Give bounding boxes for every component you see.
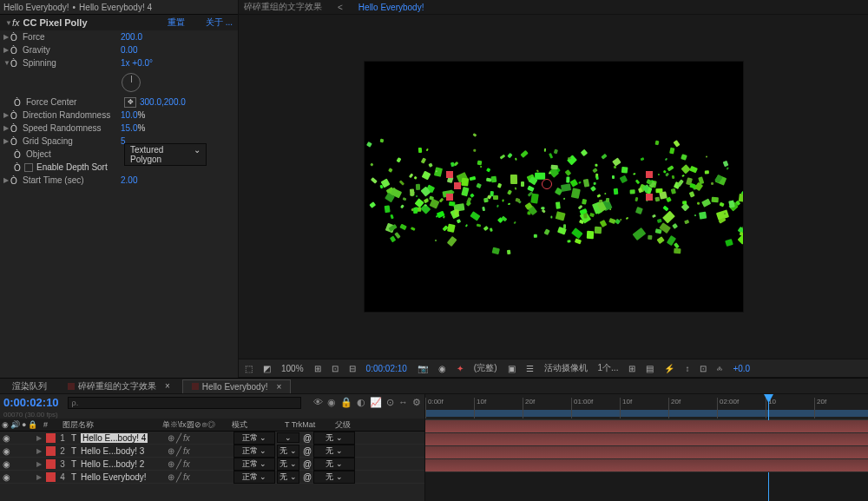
disclosure-icon[interactable]: ▶ — [36, 434, 45, 442]
graph-icon[interactable]: 📈 — [370, 397, 382, 408]
parent-select[interactable]: 无 ⌄ — [313, 458, 355, 471]
layer-switches[interactable]: ⊕╱fx — [164, 472, 233, 482]
pickwhip-icon[interactable]: @ — [301, 472, 313, 482]
alpha-icon[interactable]: ⬚ — [242, 364, 255, 373]
stopwatch-icon[interactable]: Ò — [10, 46, 21, 55]
trkmat-select[interactable]: 无 ⌄ — [277, 458, 299, 471]
crumb-current[interactable]: Hello Everybody! — [358, 3, 424, 12]
parent-select[interactable]: 无 ⌄ — [313, 432, 355, 445]
layer-bar[interactable] — [425, 459, 868, 472]
visibility-icon[interactable]: ◉ — [0, 446, 12, 456]
visibility-icon[interactable]: ◉ — [0, 459, 12, 469]
prop-value[interactable]: 2.00 — [121, 175, 137, 185]
layer-name[interactable]: Hello E...body! 4 — [79, 433, 164, 443]
prop-value[interactable]: 10.0 — [121, 110, 137, 120]
disclosure-icon[interactable]: ▶ — [3, 33, 10, 41]
layer-name[interactable]: Hello Everybody! — [79, 472, 164, 482]
disclosure-icon[interactable]: ▶ — [3, 124, 10, 132]
label-swatch[interactable] — [46, 472, 56, 482]
layer-switches[interactable]: ⊕╱fx — [164, 446, 233, 456]
visibility-icon[interactable]: ◉ — [0, 433, 12, 443]
timeline-icon[interactable]: ↕ — [682, 364, 692, 373]
layer-handle[interactable] — [446, 194, 453, 201]
stopwatch-icon[interactable]: Ò — [10, 33, 21, 42]
guides-icon[interactable]: ⊡ — [329, 364, 341, 373]
roi-icon[interactable]: ⊟ — [346, 364, 358, 373]
visibility-icon[interactable]: ◉ — [0, 472, 12, 482]
layer-bar[interactable] — [425, 433, 868, 446]
zoom-select[interactable]: 100% — [279, 364, 306, 373]
layer-bar[interactable] — [425, 420, 868, 433]
col-layer-name[interactable]: 图层名称 — [62, 419, 162, 431]
disclosure-icon[interactable]: ▼ — [3, 59, 10, 67]
time-ruler[interactable]: 0:00f10f20f01:00f10f20f02:00f1020f — [425, 394, 868, 420]
blend-mode-select[interactable]: 正常 ⌄ — [233, 471, 275, 484]
work-area-bar[interactable] — [425, 410, 868, 417]
layer-row[interactable]: ◉▶4THello Everybody!⊕╱fx正常 ⌄无 ⌄@无 ⌄ — [0, 471, 424, 484]
solo-header-icon[interactable]: ● — [22, 420, 26, 429]
av-header-icon[interactable]: ◉ — [2, 420, 9, 429]
panel-tab[interactable]: Hello Everybody! • Hello Everybody! 4 — [0, 0, 238, 15]
prop-value[interactable]: 0.00 — [121, 45, 137, 55]
disclosure-icon[interactable]: ▶ — [36, 447, 45, 455]
layer-bar[interactable] — [425, 446, 868, 459]
layer-row[interactable]: ◉▶3THello E...body! 2⊕╱fx正常 ⌄无 ⌄@无 ⌄ — [0, 458, 424, 471]
col-parent[interactable]: 父级 — [335, 419, 351, 431]
stopwatch-icon[interactable]: Ò — [14, 150, 24, 159]
resolution-icon[interactable]: ⊞ — [312, 364, 324, 373]
crosshair-icon[interactable]: ✥ — [124, 97, 136, 108]
trkmat-select[interactable]: ⌄ — [277, 432, 299, 443]
channel-icon[interactable]: ◉ — [436, 364, 449, 373]
fast-preview-icon[interactable]: ⚡ — [661, 364, 677, 373]
label-swatch[interactable] — [46, 433, 56, 443]
hierarchy-icon[interactable]: ஃ — [714, 363, 725, 373]
flowchart-icon[interactable]: ⊡ — [697, 364, 709, 373]
camera-select[interactable]: 活动摄像机 — [542, 362, 590, 374]
composition-canvas[interactable] — [364, 61, 744, 313]
effect-reset-link[interactable]: 重置 — [168, 16, 185, 29]
trkmat-select[interactable]: 无 ⌄ — [277, 471, 299, 484]
crumb-parent[interactable]: 碎碎重组的文字效果 — [244, 1, 322, 13]
disclosure-icon[interactable]: ▶ — [3, 137, 10, 145]
preview-quality[interactable]: (完整) — [471, 362, 500, 374]
tab-comp-1[interactable]: 碎碎重组的文字效果× — [59, 379, 179, 394]
color-icon[interactable]: ✦ — [454, 364, 466, 373]
tab-render-queue[interactable]: 渲染队列 — [3, 379, 56, 394]
grid-icon[interactable]: ⊞ — [626, 364, 638, 373]
layer-row[interactable]: ◉▶1THello E...body! 4⊕╱fx正常 ⌄ ⌄@无 ⌄ — [0, 432, 424, 445]
stopwatch-icon[interactable]: Ò — [10, 124, 21, 133]
stopwatch-icon[interactable]: Ò — [10, 176, 21, 185]
col-number[interactable]: # — [43, 420, 62, 429]
col-trkmat[interactable]: T TrkMat — [285, 420, 335, 429]
trkmat-select[interactable]: 无 ⌄ — [277, 445, 299, 458]
tab-comp-2[interactable]: Hello Everybody!× — [182, 379, 291, 393]
prop-value[interactable]: 15.0 — [121, 123, 137, 133]
disclosure-icon[interactable]: ▶ — [36, 460, 45, 468]
layer-handle[interactable] — [646, 194, 653, 201]
3d-icon[interactable]: ▣ — [505, 364, 518, 373]
viewer-timecode[interactable]: 0:00:02:10 — [364, 364, 410, 373]
current-timecode[interactable]: 0:00:02:10 — [3, 396, 59, 409]
blend-mode-select[interactable]: 正常 ⌄ — [233, 432, 275, 445]
stopwatch-icon[interactable]: Ò — [10, 137, 21, 146]
switch-icon[interactable]: ⚙ — [412, 397, 421, 408]
preview-viewport[interactable] — [239, 15, 868, 359]
pickwhip-icon[interactable]: @ — [301, 446, 313, 456]
disclosure-triangle-icon[interactable]: ▼ — [5, 19, 12, 27]
layer-search-input[interactable] — [68, 397, 301, 409]
prop-value[interactable]: 200.0 — [121, 32, 142, 42]
layer-row[interactable]: ◉▶2THello E...body! 3⊕╱fx正常 ⌄无 ⌄@无 ⌄ — [0, 445, 424, 458]
layer-switches[interactable]: ⊕╱fx — [164, 433, 233, 443]
label-swatch[interactable] — [46, 459, 56, 469]
label-swatch[interactable] — [46, 446, 56, 456]
layer-switches[interactable]: ⊕╱fx — [164, 459, 233, 469]
pickwhip-icon[interactable]: @ — [301, 433, 313, 443]
blend-mode-select[interactable]: 正常 ⌄ — [233, 458, 275, 471]
lock-header-icon[interactable]: 🔒 — [28, 420, 37, 429]
spinning-dial[interactable] — [122, 73, 141, 92]
prop-value[interactable]: 1x +0.0° — [121, 58, 153, 68]
mask-icon[interactable]: ◩ — [260, 364, 273, 373]
parent-select[interactable]: 无 ⌄ — [313, 471, 355, 484]
parent-select[interactable]: 无 ⌄ — [313, 445, 355, 458]
draft-icon[interactable]: ☰ — [523, 364, 536, 373]
